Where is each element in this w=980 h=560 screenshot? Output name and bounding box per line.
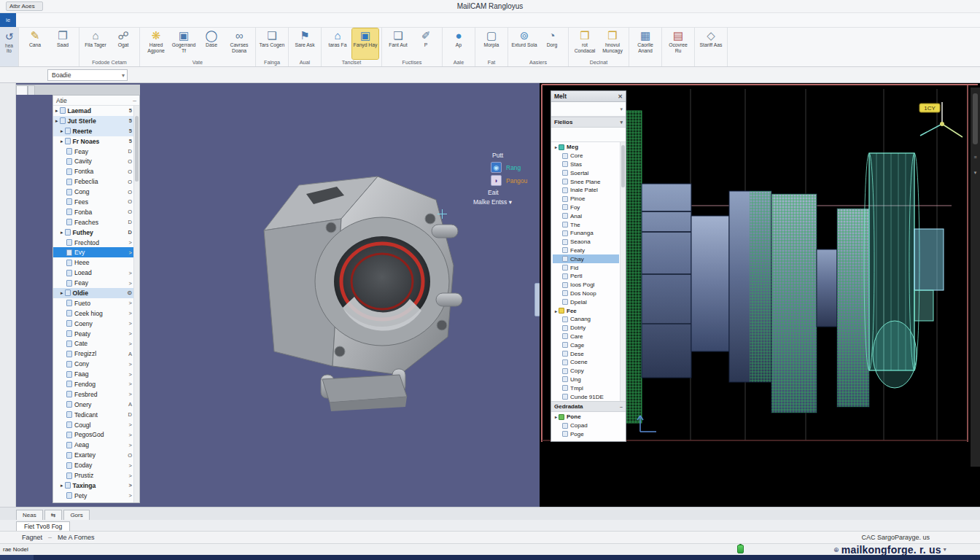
tree-item[interactable]: Jut Sterle 5 bbox=[53, 116, 133, 126]
tree-item[interactable]: Coene bbox=[553, 358, 619, 367]
tree-item[interactable]: Aeag > bbox=[53, 440, 133, 450]
ribbon-button[interactable]: ⌂ taras Fa bbox=[324, 28, 351, 59]
collapse-icon[interactable]: – bbox=[133, 97, 136, 104]
tree-item[interactable]: Tmpl bbox=[553, 384, 619, 392]
tree-item[interactable]: Fid bbox=[553, 263, 619, 272]
tree-item[interactable]: Ceek hiog > bbox=[53, 308, 133, 319]
tree-item[interactable]: Dos Noop bbox=[553, 289, 619, 298]
tree-item[interactable]: Pety > bbox=[53, 491, 133, 501]
tree-item[interactable]: Ioos Pogl bbox=[553, 281, 619, 289]
ribbon-button[interactable]: ❏ Fant Aut bbox=[385, 28, 411, 59]
ribbon-button[interactable]: ❒ rot Condacal bbox=[572, 28, 598, 59]
ribbon-button[interactable]: ❒ hnovul Muncagy bbox=[599, 28, 626, 59]
tree-item[interactable]: Fendog > bbox=[53, 379, 133, 389]
menu-item[interactable] bbox=[95, 13, 108, 27]
tree-item[interactable]: Chay bbox=[553, 254, 619, 263]
menu-item[interactable] bbox=[174, 13, 187, 27]
tree-item[interactable]: Fregizzl A bbox=[53, 349, 133, 359]
style-dropdown[interactable]: Atbr Aoes bbox=[6, 1, 43, 11]
tree-item[interactable]: Eoday > bbox=[53, 460, 133, 470]
tree-item[interactable]: Pone bbox=[553, 413, 624, 421]
menu-item[interactable] bbox=[200, 13, 213, 27]
tree-item[interactable]: Dotrty bbox=[553, 324, 619, 332]
menu-item[interactable] bbox=[55, 13, 69, 27]
tree-item[interactable]: Cong O bbox=[53, 187, 133, 197]
tree-item[interactable]: The bbox=[553, 220, 619, 229]
menu-item[interactable] bbox=[121, 13, 134, 27]
tree-item[interactable]: Laemad 5 bbox=[53, 106, 133, 116]
tree-item[interactable]: Onery A bbox=[53, 400, 133, 410]
ribbon-button[interactable]: ▤ Ocovree Ru bbox=[665, 28, 691, 59]
tree-item[interactable]: Soertal bbox=[553, 168, 619, 177]
info-left[interactable]: Fagnet bbox=[22, 534, 42, 541]
tree-item[interactable]: Core bbox=[553, 152, 619, 160]
wireframe-viewport[interactable]: 1CY ≡▾ Melt ✕ bbox=[540, 83, 980, 507]
melt-section-header[interactable]: Fielios ▾ bbox=[551, 117, 626, 128]
tree-item[interactable]: Oldie ⊙ bbox=[53, 288, 133, 298]
menu-item[interactable] bbox=[42, 13, 55, 27]
ribbon-button[interactable]: ⚑ Sare Ask bbox=[292, 28, 318, 59]
tree-item[interactable]: Faag > bbox=[53, 369, 133, 379]
bottom-tab[interactable]: ⇆ bbox=[44, 510, 63, 520]
bottom-tab[interactable]: Neas bbox=[16, 510, 43, 520]
ribbon-button[interactable]: ▣ Fanyd Hay bbox=[352, 28, 378, 59]
plane-combobox[interactable]: Boadie bbox=[47, 69, 128, 81]
melt-panel-titlebar[interactable]: Melt ✕ bbox=[551, 91, 626, 102]
chevron-down-icon[interactable]: ▾ bbox=[620, 106, 623, 112]
tree-item[interactable]: Meg bbox=[553, 143, 619, 152]
ribbon-button[interactable]: ● Ap bbox=[446, 28, 472, 59]
melt-section-header-2[interactable]: Gedradata – bbox=[551, 401, 626, 412]
tree-item[interactable]: Pertl bbox=[553, 272, 619, 281]
ribbon-button[interactable]: ▣ Gogerrand Tf bbox=[171, 28, 197, 59]
chevron-down-icon[interactable]: ▾ bbox=[944, 546, 946, 553]
part-3d-model[interactable] bbox=[213, 156, 475, 411]
tree-item[interactable]: Fontka O bbox=[53, 166, 133, 176]
explorer-scrollbar[interactable] bbox=[133, 106, 139, 502]
ribbon-button[interactable]: ∞ Cavrses Doana bbox=[226, 28, 252, 59]
tree-item[interactable]: Cavity O bbox=[53, 156, 133, 166]
tree-item[interactable]: Feay D bbox=[53, 147, 133, 157]
tree-item[interactable]: Canang bbox=[553, 315, 619, 324]
ribbon-button[interactable]: ⊚ Exturd Sola bbox=[511, 28, 537, 59]
ribbon-button[interactable]: ◔ Dorg bbox=[539, 28, 565, 59]
tree-item[interactable]: Anal bbox=[553, 211, 619, 220]
viewport-scrollbar[interactable]: ≡▾ bbox=[971, 88, 980, 467]
tree-item[interactable]: Peaty > bbox=[53, 329, 133, 339]
menu-item[interactable] bbox=[147, 13, 160, 27]
tree-item[interactable]: Prustiz > bbox=[53, 470, 133, 481]
tree-item[interactable]: Coeny > bbox=[53, 319, 133, 329]
ribbon-button[interactable]: ◇ Stariff Aas bbox=[698, 28, 724, 59]
tree-item[interactable]: Feay > bbox=[53, 278, 133, 288]
tree-item[interactable]: Feaches D bbox=[53, 217, 133, 228]
tree-item[interactable]: Fonba O bbox=[53, 207, 133, 217]
tree-item[interactable]: Heee bbox=[53, 257, 133, 268]
explorer-tab[interactable] bbox=[16, 85, 28, 95]
tree-item[interactable]: Febeclia O bbox=[53, 176, 133, 187]
tree-item[interactable]: Dese bbox=[553, 349, 619, 358]
tree-item[interactable]: Dpelal bbox=[553, 298, 619, 306]
tree-item[interactable]: Inale Patel bbox=[553, 186, 619, 195]
tree-item[interactable]: Exartey O bbox=[53, 450, 133, 460]
menu-item[interactable] bbox=[29, 13, 42, 27]
tree-item[interactable]: Stas bbox=[553, 160, 619, 169]
tree-item[interactable]: Copad bbox=[553, 421, 624, 430]
menu-item[interactable] bbox=[134, 13, 147, 27]
menu-item[interactable] bbox=[69, 13, 82, 27]
tree-item[interactable]: Fr Noaes 5 bbox=[53, 136, 133, 147]
ribbon-button[interactable]: ☍ Ogat bbox=[110, 28, 136, 59]
melt-tree-scrollbar[interactable] bbox=[620, 142, 626, 401]
tree-item[interactable]: Funanga bbox=[553, 229, 619, 238]
bottom-tab[interactable]: Gors bbox=[63, 510, 89, 520]
tree-item[interactable]: Cony > bbox=[53, 359, 133, 369]
ribbon-button[interactable]: ❐ Saad bbox=[50, 28, 76, 59]
explorer-tab[interactable] bbox=[28, 85, 35, 95]
tree-item[interactable]: Reerte 5 bbox=[53, 126, 133, 136]
legend-footer-2[interactable]: Malke Entss ▾ bbox=[473, 198, 540, 206]
tree-item[interactable]: Seaona bbox=[553, 238, 619, 246]
tree-item[interactable]: Loead > bbox=[53, 268, 133, 278]
tree-item[interactable]: Cage bbox=[553, 341, 619, 349]
ribbon-button[interactable]: ▦ Caorlle Anand bbox=[632, 28, 658, 59]
ribbon-button[interactable]: ✎ Cana bbox=[22, 28, 48, 59]
tree-item[interactable]: Cate > bbox=[53, 338, 133, 349]
ribbon-button[interactable]: ✐ P bbox=[413, 28, 439, 59]
